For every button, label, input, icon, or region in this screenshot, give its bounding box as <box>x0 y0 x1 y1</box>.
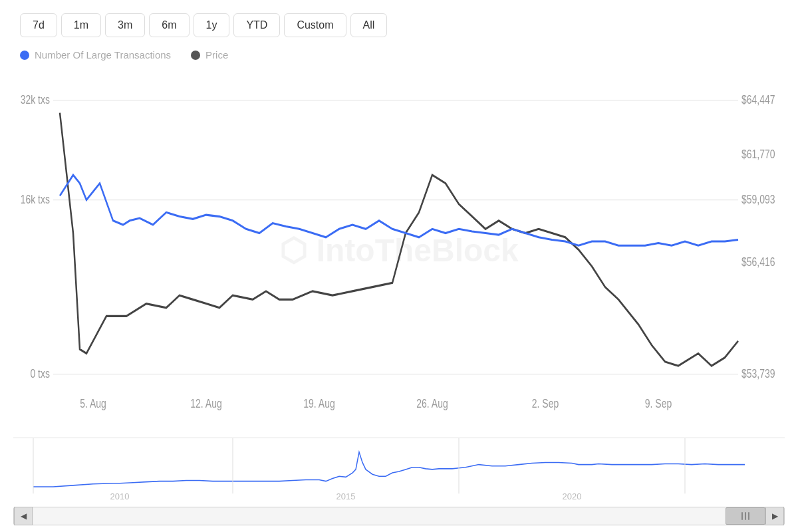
scrollbar[interactable]: ◀ ▶ <box>13 507 785 525</box>
legend-dot-transactions <box>20 51 29 60</box>
time-btn-all[interactable]: All <box>350 13 388 37</box>
page-container: 7d1m3m6m1yYTDCustomAll Number Of Large T… <box>0 0 798 532</box>
svg-text:$56,416: $56,416 <box>741 256 775 269</box>
svg-text:$59,093: $59,093 <box>741 193 775 205</box>
mini-chart-svg: 2010 2015 2020 <box>13 438 785 504</box>
svg-text:9. Sep: 9. Sep <box>645 397 672 410</box>
scroll-track[interactable] <box>33 507 765 525</box>
legend-item-price: Price <box>191 49 228 61</box>
transactions-line <box>60 175 738 245</box>
svg-text:2015: 2015 <box>336 491 356 501</box>
chart-legend: Number Of Large Transactions Price <box>13 49 785 61</box>
time-btn-7d[interactable]: 7d <box>20 13 57 37</box>
scroll-thumb-lines <box>741 512 749 520</box>
svg-text:2010: 2010 <box>110 491 130 501</box>
svg-text:$53,739: $53,739 <box>741 367 775 380</box>
svg-text:0 txs: 0 txs <box>30 367 50 380</box>
time-btn-3m[interactable]: 3m <box>105 13 145 37</box>
time-btn-1m[interactable]: 1m <box>61 13 101 37</box>
svg-text:$64,447: $64,447 <box>741 93 775 106</box>
time-btn-custom[interactable]: Custom <box>284 13 346 37</box>
legend-dot-price <box>191 51 200 60</box>
svg-text:2. Sep: 2. Sep <box>532 397 559 410</box>
scroll-thumb[interactable] <box>726 507 765 525</box>
legend-label-price: Price <box>205 49 228 61</box>
svg-text:12. Aug: 12. Aug <box>190 397 221 410</box>
svg-text:16k txs: 16k txs <box>21 193 50 205</box>
time-btn-6m[interactable]: 6m <box>149 13 189 37</box>
time-filter-bar: 7d1m3m6m1yYTDCustomAll <box>13 13 785 37</box>
mini-chart: 2010 2015 2020 <box>13 438 785 504</box>
scroll-right-btn[interactable]: ▶ <box>765 507 784 525</box>
scroll-thumb-line-3 <box>748 512 749 520</box>
svg-text:$61,770: $61,770 <box>741 148 775 161</box>
legend-item-transactions: Number Of Large Transactions <box>20 49 171 61</box>
scroll-thumb-line-2 <box>745 512 746 520</box>
time-btn-1y[interactable]: 1y <box>194 13 230 37</box>
scroll-left-btn[interactable]: ◀ <box>14 507 33 525</box>
mini-transactions-line <box>33 452 745 487</box>
svg-text:32k txs: 32k txs <box>21 93 50 106</box>
time-btn-ytd[interactable]: YTD <box>233 13 280 37</box>
scroll-thumb-line-1 <box>741 512 743 520</box>
main-chart-svg: 32k txs 16k txs 0 txs $64,447 $61,770 $5… <box>13 67 785 432</box>
main-chart: ⬡ IntoTheBlock 32k txs 16k txs 0 txs $64… <box>13 67 785 432</box>
chart-wrapper: ⬡ IntoTheBlock 32k txs 16k txs 0 txs $64… <box>13 67 785 525</box>
legend-label-transactions: Number Of Large Transactions <box>35 49 171 61</box>
svg-text:26. Aug: 26. Aug <box>416 397 448 410</box>
svg-text:5. Aug: 5. Aug <box>80 397 106 410</box>
svg-text:19. Aug: 19. Aug <box>303 397 334 410</box>
price-line <box>60 113 738 366</box>
chart-svg-container: 32k txs 16k txs 0 txs $64,447 $61,770 $5… <box>13 67 785 432</box>
svg-text:2020: 2020 <box>563 491 582 501</box>
